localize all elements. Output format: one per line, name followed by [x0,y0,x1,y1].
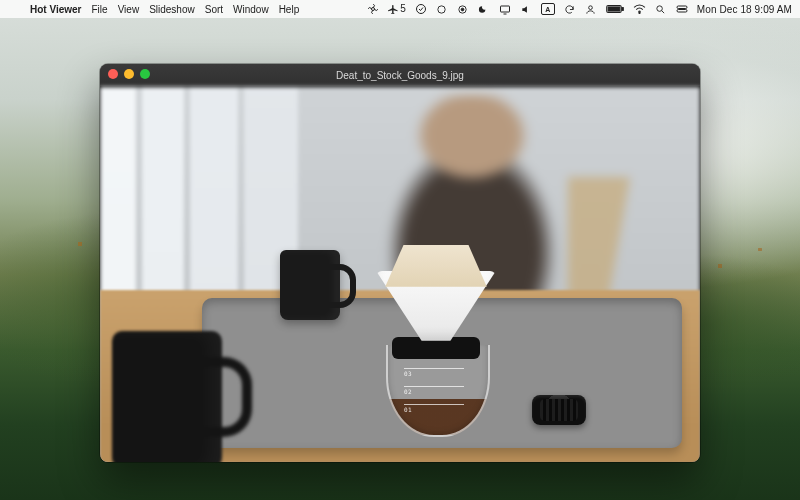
svg-rect-12 [677,6,687,9]
image-viewport[interactable]: 03 02 01 [100,87,700,462]
photo-pourover: 03 02 01 [376,317,496,437]
svg-point-11 [657,5,663,11]
crescent-icon[interactable] [478,3,490,15]
photo-mug-back [280,250,340,320]
input-source-icon[interactable]: A [541,3,555,15]
svg-point-10 [639,12,640,13]
svg-rect-9 [608,7,620,11]
apple-menu-icon[interactable] [8,3,20,15]
svg-point-6 [589,5,593,9]
svg-rect-5 [500,6,509,12]
close-button[interactable] [108,69,118,79]
record-icon[interactable] [457,3,469,15]
macos-menubar: Hot Viewer File View Slideshow Sort Wind… [0,0,800,18]
task-check-icon[interactable] [415,3,427,15]
svg-rect-13 [677,10,687,13]
menu-window[interactable]: Window [233,4,269,15]
app-name[interactable]: Hot Viewer [30,4,82,15]
window-title: Deat_to_Stock_Goods_9.jpg [100,70,700,81]
sync-icon[interactable] [564,3,576,15]
menu-sort[interactable]: Sort [205,4,223,15]
menu-slideshow[interactable]: Slideshow [149,4,195,15]
airplane-mode-icon[interactable]: 5 [388,3,406,15]
svg-point-4 [461,8,464,11]
menu-file[interactable]: File [92,4,108,15]
wifi-icon[interactable] [633,3,646,15]
svg-point-1 [416,5,425,14]
menu-view[interactable]: View [118,4,140,15]
control-center-icon[interactable] [676,3,688,15]
zoom-button[interactable] [140,69,150,79]
flight-count: 5 [400,4,406,14]
photo-lens-cap [532,395,586,425]
spotlight-icon[interactable] [655,3,667,15]
battery-icon[interactable] [606,3,624,15]
window-titlebar[interactable]: Deat_to_Stock_Goods_9.jpg [100,64,700,87]
minimize-button[interactable] [124,69,134,79]
fan-control-icon[interactable] [367,3,379,15]
image-viewer-window[interactable]: Deat_to_Stock_Goods_9.jpg 03 02 01 [100,64,700,462]
photo-mug-front [112,331,222,462]
svg-rect-8 [622,8,623,11]
svg-point-2 [438,5,445,12]
menu-help[interactable]: Help [279,4,300,15]
display-icon[interactable] [499,3,511,15]
volume-icon[interactable] [520,3,532,15]
menubar-datetime[interactable]: Mon Dec 18 9:09 AM [697,4,792,15]
svg-point-0 [372,8,375,11]
circle-status-icon[interactable] [436,3,448,15]
window-traffic-lights [108,69,150,79]
user-icon[interactable] [585,3,597,15]
